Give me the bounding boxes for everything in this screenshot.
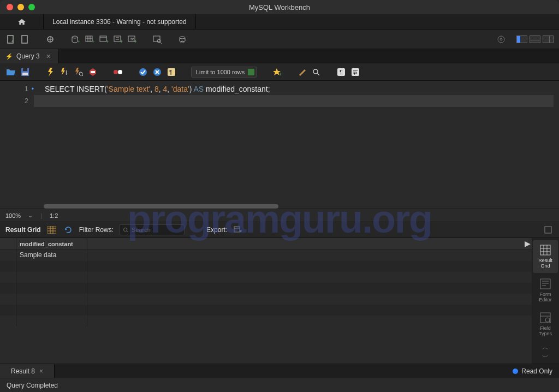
filter-search-input[interactable]: Search — [119, 224, 185, 235]
line-number: 1 — [0, 83, 28, 95]
svg-line-25 — [160, 42, 162, 44]
form-icon — [539, 278, 551, 290]
query-tab[interactable]: ⚡ Query 3 × — [0, 49, 59, 63]
grid-icon — [539, 244, 551, 256]
create-procedure-button[interactable]: + — [112, 34, 123, 45]
svg-line-54 — [127, 231, 128, 233]
lightning-icon: ⚡ — [5, 53, 13, 60]
svg-text:¶: ¶ — [340, 69, 343, 75]
grid-cell[interactable]: Sample data — [16, 250, 87, 261]
window-controls — [7, 4, 35, 10]
create-view-button[interactable]: + — [98, 34, 109, 45]
svg-text:+: + — [78, 39, 80, 44]
result-toolbar: Result Grid Filter Rows: Search Export: — [0, 222, 559, 238]
toggle-whitespace-button[interactable]: ¶ — [166, 67, 177, 78]
status-text: Query Completed — [7, 382, 58, 389]
svg-rect-58 — [540, 245, 550, 255]
titlebar: MySQL Workbench — [0, 0, 559, 14]
close-window-button[interactable] — [7, 4, 13, 10]
svg-text:+: + — [11, 39, 14, 44]
new-sql-file-button[interactable]: + — [5, 34, 16, 45]
maximize-window-button[interactable] — [28, 4, 35, 10]
field-types-tab[interactable]: Field Types — [533, 308, 558, 341]
svg-rect-57 — [545, 227, 551, 233]
column-header[interactable]: modified_constant — [16, 238, 87, 250]
sql-editor[interactable]: 1 2 SELECT INSERT('Sample text', 8, 4, '… — [0, 81, 559, 209]
wrap-cell-button[interactable] — [543, 224, 554, 235]
open-file-button[interactable] — [5, 67, 16, 78]
result-tab[interactable]: Result 8 × — [0, 364, 55, 378]
svg-text:+: + — [106, 39, 109, 44]
toggle-right-panel-button[interactable] — [543, 35, 554, 43]
search-table-button[interactable] — [152, 34, 163, 45]
stop-button[interactable] — [87, 67, 98, 78]
close-result-tab-button[interactable]: × — [39, 367, 43, 375]
rollback-button[interactable] — [152, 67, 163, 78]
export-label: Export: — [206, 226, 227, 234]
execute-button[interactable] — [45, 67, 56, 78]
query-tabs: ⚡ Query 3 × — [0, 49, 559, 63]
svg-rect-23 — [153, 36, 160, 41]
toggle-bottom-panel-button[interactable] — [530, 35, 540, 43]
reconnect-button[interactable] — [177, 34, 188, 45]
read-only-label: Read Only — [521, 367, 552, 375]
beautify-button[interactable]: + — [271, 67, 282, 78]
result-grid-icon[interactable] — [46, 224, 57, 235]
expand-handle-icon[interactable]: ▶ — [525, 239, 531, 248]
editor-statusbar: 100% ⌄ | 1:2 — [0, 209, 559, 222]
svg-rect-2 — [22, 35, 27, 43]
svg-point-28 — [500, 38, 502, 40]
svg-text:¶: ¶ — [169, 69, 172, 75]
create-table-button[interactable]: + — [84, 34, 95, 45]
inspector-button[interactable] — [45, 34, 56, 45]
brush-button[interactable] — [296, 67, 307, 78]
zoom-dropdown-icon[interactable]: ⌄ — [28, 213, 33, 218]
toggle-wrap-button[interactable] — [350, 67, 361, 78]
minimize-window-button[interactable] — [17, 4, 24, 10]
svg-rect-31 — [22, 73, 28, 75]
connection-tabs: Local instance 3306 - Warning - not supp… — [0, 14, 559, 29]
svg-text:+: + — [134, 39, 137, 44]
svg-rect-35 — [91, 71, 95, 73]
filter-rows-label: Filter Rows: — [79, 226, 114, 234]
svg-rect-63 — [540, 279, 550, 289]
result-grid-tab[interactable]: Result Grid — [533, 240, 558, 273]
create-function-button[interactable]: fx+ — [127, 34, 138, 45]
search-icon — [123, 227, 129, 233]
create-schema-button[interactable]: + — [70, 34, 81, 45]
up-arrow-icon[interactable]: ︿ — [542, 344, 549, 351]
find-button[interactable] — [311, 67, 322, 78]
explain-button[interactable] — [73, 67, 84, 78]
down-arrow-icon[interactable]: ﹀ — [542, 354, 549, 360]
save-file-button[interactable] — [20, 67, 31, 78]
connection-tab[interactable]: Local instance 3306 - Warning - not supp… — [44, 14, 196, 29]
toggle-autocommit-button[interactable] — [112, 67, 123, 78]
zoom-level[interactable]: 100% — [5, 212, 21, 219]
result-tabs: Result 8 × Read Only — [0, 364, 559, 378]
svg-text:I: I — [66, 70, 67, 76]
toggle-left-panel-button[interactable] — [516, 35, 527, 43]
result-grid[interactable]: ▶ modified_constant Sample data — [0, 238, 532, 364]
svg-point-53 — [123, 228, 127, 231]
commit-button[interactable] — [138, 67, 148, 78]
refresh-button[interactable] — [63, 224, 74, 235]
result-grid-label: Result Grid — [5, 226, 41, 234]
grid-header: modified_constant — [0, 238, 532, 250]
svg-point-43 — [313, 69, 318, 74]
export-button[interactable] — [233, 224, 243, 235]
svg-line-34 — [82, 75, 83, 76]
form-editor-tab[interactable]: Form Editor — [533, 274, 558, 307]
horizontal-scrollbar[interactable] — [44, 204, 278, 209]
sql-toolbar: I ¶ Limit to 1000 rows + ¶ — [0, 63, 559, 81]
code-area[interactable]: SELECT INSERT('Sample text', 8, 4, 'data… — [34, 81, 559, 209]
settings-icon[interactable] — [496, 34, 507, 45]
toggle-invisible-button[interactable]: ¶ — [336, 67, 347, 78]
field-types-icon — [539, 312, 551, 324]
close-tab-button[interactable]: × — [46, 52, 51, 61]
open-sql-file-button[interactable] — [20, 34, 31, 45]
svg-text:+: + — [279, 72, 282, 77]
limit-rows-select[interactable]: Limit to 1000 rows — [191, 67, 257, 78]
execute-current-button[interactable]: I — [59, 67, 70, 78]
home-icon — [17, 18, 26, 26]
home-tab[interactable] — [0, 14, 44, 29]
